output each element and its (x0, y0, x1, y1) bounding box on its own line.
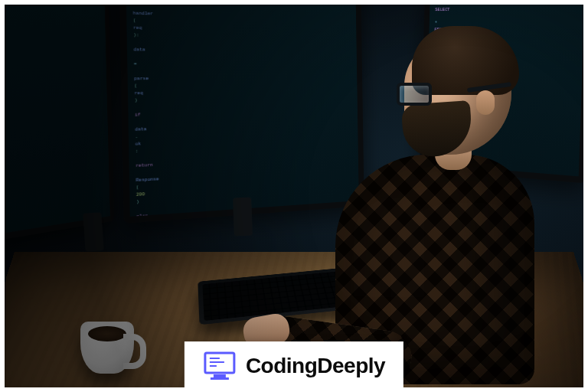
monitor-center: def handler(req): data = parse(req) if d… (119, 0, 364, 224)
code-screen: // module import os from 'sys'; const ru… (0, 0, 110, 249)
code-screen: def handler(req): data = parse(req) if d… (126, 0, 359, 217)
monitor-stand (83, 212, 103, 252)
code-screen: SELECT * FROM users WHERE id=1; ........… (425, 0, 585, 176)
monitor-right: SELECT * FROM users WHERE id=1; ........… (420, 0, 588, 183)
monitor-stand (233, 198, 253, 237)
svg-rect-2 (211, 377, 229, 380)
svg-rect-1 (214, 374, 226, 377)
coffee-mug (80, 322, 134, 374)
monitor-with-code-icon (203, 351, 237, 381)
brand-badge: CodingDeeply (185, 341, 403, 392)
hero-photo: // module import os from 'sys'; const ru… (0, 0, 588, 392)
brand-name: CodingDeeply (246, 354, 385, 378)
